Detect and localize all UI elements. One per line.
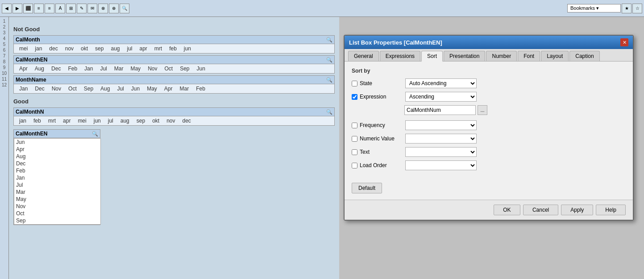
toolbar-btn-10[interactable]: ⊗	[98, 4, 108, 13]
list-item[interactable]: Jul	[113, 85, 127, 92]
list-item[interactable]: Aug	[31, 65, 48, 72]
toolbar-btn-12[interactable]: 🔍	[120, 4, 129, 13]
calmonth-search-icon[interactable]: 🔍	[326, 37, 332, 43]
numeric-checkbox[interactable]	[352, 136, 357, 142]
list-item[interactable]: dec	[179, 117, 195, 124]
toolbar-btn-11[interactable]: ⊕	[109, 4, 119, 13]
default-button[interactable]: Default	[352, 183, 382, 193]
list-item[interactable]: aug	[107, 45, 123, 52]
list-item[interactable]: Oct	[161, 65, 176, 72]
state-checkbox[interactable]	[352, 81, 357, 86]
text-checkbox[interactable]	[352, 149, 357, 155]
list-item[interactable]: Jul	[96, 65, 110, 72]
tab-number[interactable]: Number	[486, 51, 517, 61]
list-item[interactable]: Apr	[161, 85, 176, 92]
text-dropdown[interactable]: Ascending Descending	[405, 147, 477, 157]
list-item[interactable]: Sep	[176, 65, 193, 72]
list-item[interactable]: Dec	[14, 160, 100, 167]
list-item[interactable]: Nov	[48, 85, 65, 92]
frequency-checkbox[interactable]	[352, 123, 357, 128]
numeric-select[interactable]: Ascending Descending	[406, 135, 476, 142]
list-item[interactable]: Jun	[14, 139, 100, 146]
calmonthN-search-icon[interactable]: 🔍	[326, 109, 332, 115]
toolbar-btn-6[interactable]: A	[55, 4, 65, 13]
list-item[interactable]: feb	[166, 45, 180, 52]
list-item[interactable]: Jun	[128, 85, 143, 92]
toolbar-btn-4[interactable]: ≡	[34, 4, 44, 13]
list-item[interactable]: Nov	[144, 65, 161, 72]
expression-select[interactable]: Ascending Descending	[406, 93, 476, 100]
toolbar-btn-5[interactable]: ≡	[45, 4, 54, 13]
list-item[interactable]: Oct	[65, 85, 80, 92]
monthname-search-icon[interactable]: 🔍	[326, 77, 332, 83]
bookmarks-dropdown[interactable]: Bookmarks ▾	[567, 4, 621, 12]
vertical-search-icon[interactable]: 🔍	[92, 131, 98, 137]
toolbar-btn-8[interactable]: ✎	[77, 4, 87, 13]
tab-general[interactable]: General	[348, 51, 379, 61]
list-item[interactable]: apr	[59, 117, 74, 124]
ellipsis-button[interactable]: ...	[478, 105, 487, 115]
toolbar-btn-3[interactable]: ⬛	[23, 4, 33, 13]
tab-expressions[interactable]: Expressions	[380, 51, 420, 61]
list-item[interactable]: Nov	[14, 203, 100, 210]
list-item[interactable]: dec	[46, 45, 61, 52]
toolbar-btn-2[interactable]: ▶	[12, 4, 22, 13]
list-item[interactable]: Feb	[14, 167, 100, 174]
text-select[interactable]: Ascending Descending	[406, 148, 476, 156]
loadorder-select[interactable]: Ascending Descending	[406, 162, 476, 169]
list-item[interactable]: May	[143, 85, 161, 92]
list-item[interactable]: okt	[77, 45, 91, 52]
apply-button[interactable]: Apply	[561, 205, 593, 215]
list-item[interactable]: jan	[31, 45, 46, 52]
toolbar-btn-1[interactable]: ◀	[2, 4, 12, 13]
list-item[interactable]: Mar	[14, 189, 100, 196]
loadorder-dropdown[interactable]: Ascending Descending	[405, 160, 477, 170]
list-item[interactable]: jan	[16, 117, 30, 124]
list-item[interactable]: mrt	[45, 117, 59, 124]
star-btn[interactable]: ★	[622, 4, 632, 13]
list-item[interactable]: jun	[180, 45, 195, 52]
list-item[interactable]: okt	[149, 117, 163, 124]
list-item[interactable]: Feb	[64, 65, 81, 72]
list-item[interactable]: Mar	[176, 85, 193, 92]
help-button[interactable]: Help	[596, 205, 626, 215]
expression-input[interactable]	[404, 105, 476, 115]
numeric-dropdown[interactable]: Ascending Descending	[405, 134, 477, 144]
list-item[interactable]: jul	[123, 45, 136, 52]
list-item[interactable]: Dec	[48, 65, 64, 72]
frequency-select[interactable]: Ascending Descending	[406, 122, 476, 129]
list-item[interactable]: Aug	[14, 153, 100, 160]
tab-sort[interactable]: Sort	[421, 51, 443, 62]
list-item[interactable]: May	[14, 196, 100, 203]
list-item[interactable]: nov	[62, 45, 77, 52]
list-item[interactable]: Aug	[97, 85, 113, 92]
list-item[interactable]: feb	[30, 117, 45, 124]
list-item[interactable]: Jan	[14, 174, 100, 181]
list-item[interactable]: mei	[74, 117, 90, 124]
list-item[interactable]: mei	[16, 45, 31, 52]
tab-presentation[interactable]: Presentation	[444, 51, 485, 61]
list-item[interactable]: jun	[90, 117, 104, 124]
tab-layout[interactable]: Layout	[541, 51, 569, 61]
state-dropdown[interactable]: Auto Ascending Ascending Descending	[405, 78, 477, 88]
list-item[interactable]: jul	[104, 117, 117, 124]
ok-button[interactable]: OK	[494, 205, 520, 215]
expression-checkbox[interactable]	[352, 94, 357, 100]
tab-font[interactable]: Font	[518, 51, 540, 61]
list-item[interactable]: Dec	[31, 85, 48, 92]
list-item[interactable]: Feb	[192, 85, 209, 92]
dialog-close-button[interactable]: ✕	[620, 38, 628, 46]
list-item[interactable]: aug	[117, 117, 133, 124]
list-item[interactable]: Jan	[81, 65, 96, 72]
loadorder-checkbox[interactable]	[352, 163, 357, 168]
calmonthEN-search-icon[interactable]: 🔍	[326, 57, 332, 63]
list-item[interactable]: nov	[163, 117, 179, 124]
list-item[interactable]: Sep	[80, 85, 97, 92]
list-item[interactable]: Jun	[193, 65, 209, 72]
toolbar-btn-7[interactable]: ⊞	[66, 4, 76, 13]
expression-dropdown[interactable]: Ascending Descending	[405, 92, 477, 102]
tab-caption[interactable]: Caption	[569, 51, 599, 61]
list-item[interactable]: Oct	[14, 210, 100, 217]
list-item[interactable]: Apr	[16, 65, 31, 72]
frequency-dropdown[interactable]: Ascending Descending	[405, 120, 477, 130]
